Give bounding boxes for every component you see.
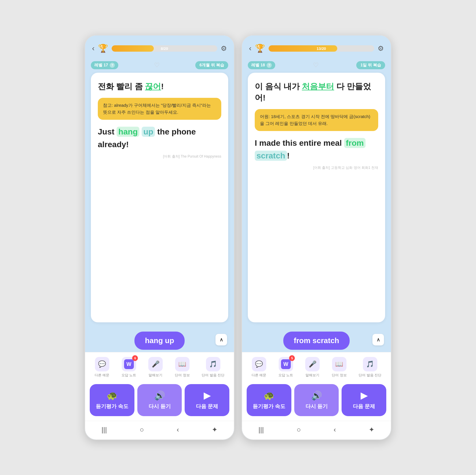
replay-button-2[interactable]: 🔊 다시 듣기 [294, 384, 339, 416]
screens-container: ‹ 🏆 8/20 ⚙ 레벨 17 ? ♡ 6개월 뒤 [85, 35, 391, 440]
example-icon-1: 💬 [95, 357, 109, 371]
speak-icon-2: 🎤 [305, 357, 320, 371]
phone-2-header: ‹ 🏆 13/20 ⚙ [242, 35, 391, 58]
pronunciation-icon-2: 🎵 [363, 357, 377, 371]
phone-1-header: ‹ 🏆 8/20 ⚙ [85, 35, 234, 58]
gear-button-2[interactable]: ⚙ [378, 44, 384, 53]
bottom-icon-speak-1[interactable]: 🎤 말해보기 [148, 357, 163, 378]
nav-menu-2[interactable]: ||| [258, 426, 264, 434]
word-label-1: 단어 정보 [175, 373, 190, 378]
eng-before-2: I made this entire meal [255, 139, 344, 147]
phone-2: ‹ 🏆 13/20 ⚙ 레벨 18 ? ♡ 1일 뒤 [241, 35, 391, 440]
phone-1-inner: ‹ 🏆 8/20 ⚙ 레벨 17 ? ♡ 6개월 뒤 [85, 35, 234, 440]
heart-button-1[interactable]: ♡ [154, 61, 160, 69]
phone-2-inner: ‹ 🏆 13/20 ⚙ 레벨 18 ? ♡ 1일 뒤 [242, 35, 391, 440]
eng-highlight1-2: from [344, 138, 366, 148]
review-badge-1: 6개월 뒤 복습 [195, 61, 228, 69]
phrase-area-2: from scratch ∧ [242, 327, 391, 352]
bottom-icon-pronunciation-1[interactable]: 🎵 단어 발음 진단 [202, 357, 224, 378]
english-sentence-2: I made this entire meal fromscratch! [255, 137, 378, 162]
nav-home-1[interactable]: ○ [140, 426, 144, 434]
eng-highlight1-1: hang [117, 127, 139, 137]
progress-label-1: 8/20 [161, 46, 168, 51]
eng-before-1: Just [98, 127, 117, 136]
bottom-icons-1: 💬 다른 예문 W 6 오답 노트 🎤 말해보기 📖 단어 정보 [85, 352, 234, 381]
pronunciation-label-2: 단어 발음 진단 [359, 373, 381, 378]
level-badge-2: 레벨 18 ? [248, 61, 275, 69]
notes-badge-1: 6 [132, 355, 138, 361]
bottom-icon-example-1[interactable]: 💬 다른 예문 [95, 357, 109, 378]
bottom-icon-notes-2[interactable]: W 5 오답 노트 [278, 357, 293, 378]
word-icon-1: 📖 [175, 357, 190, 371]
phrase-bubble-2: from scratch [283, 332, 350, 350]
word-label-2: 단어 정보 [332, 373, 346, 378]
bottom-icon-example-2[interactable]: 💬 다른 예문 [252, 357, 266, 378]
chevron-up-button-2[interactable]: ∧ [372, 334, 384, 345]
nav-back-1[interactable]: ‹ [177, 426, 179, 434]
progress-bar-fill-1 [112, 45, 154, 52]
question-mark-2[interactable]: ? [267, 63, 272, 68]
english-sentence-1: Just hang up the phone already! [98, 126, 221, 151]
bottom-icon-pronunciation-2[interactable]: 🎵 단어 발음 진단 [359, 357, 381, 378]
gear-button-1[interactable]: ⚙ [221, 44, 227, 53]
korean-sentence-2: 이 음식 내가 처음부터 다 만들었어! [255, 81, 378, 103]
korean-sentence-1: 전화 빨리 좀 끊어! [98, 81, 221, 92]
progress-bar-container-1: 8/20 [112, 45, 217, 52]
notes-label-1: 오답 노트 [121, 373, 136, 378]
review-badge-2: 1일 뒤 복습 [356, 61, 385, 69]
bottom-icon-word-2[interactable]: 📖 단어 정보 [332, 357, 346, 378]
nav-home-2[interactable]: ○ [297, 426, 301, 434]
level-text-1: 레벨 17 [94, 63, 108, 68]
bottom-icon-notes-1[interactable]: W 6 오답 노트 [121, 357, 136, 378]
progress-bar-fill-2 [269, 45, 337, 52]
nav-back-2[interactable]: ‹ [333, 426, 336, 434]
content-area-1: 레벨 17 ? ♡ 6개월 뒤 복습 전화 빨리 좀 끊어! 참고: alrea… [85, 58, 234, 327]
next-label-2: 다음 문제 [353, 403, 375, 410]
speak-label-1: 말해보기 [149, 373, 162, 378]
progress-label-2: 13/20 [317, 46, 326, 51]
heart-button-2[interactable]: ♡ [313, 61, 319, 69]
eng-highlight2-2: scratch [255, 151, 287, 161]
nav-bar-2: ||| ○ ‹ ✦ [242, 421, 391, 440]
speak-label-2: 말해보기 [306, 373, 319, 378]
bottom-icon-speak-2[interactable]: 🎤 말해보기 [305, 357, 320, 378]
pronunciation-icon-1: 🎵 [206, 357, 220, 371]
slow-speed-label-1: 듣기평가 속도 [96, 403, 128, 410]
replay-label-2: 다시 듣기 [306, 403, 328, 410]
chevron-up-button-1[interactable]: ∧ [215, 334, 227, 345]
phrase-bubble-1: hang up [134, 332, 184, 350]
level-badge-1: 레벨 17 ? [91, 61, 118, 69]
nav-activity-2[interactable]: ✦ [369, 426, 374, 434]
play-icon-1: ▶ [204, 390, 210, 401]
next-button-1[interactable]: ▶ 다음 문제 [185, 384, 229, 416]
turtle-icon-2: 🐢 [264, 390, 274, 401]
next-button-2[interactable]: ▶ 다음 문제 [342, 384, 386, 416]
nav-menu-1[interactable]: ||| [102, 426, 107, 434]
replay-button-1[interactable]: 🔊 다시 듣기 [137, 384, 182, 416]
sentence-card-1: 전화 빨리 좀 끊어! 참고: already가 구어체에서는 "당장/빨리/지… [91, 73, 228, 322]
question-mark-1[interactable]: ? [110, 63, 115, 68]
back-button-1[interactable]: ‹ [92, 44, 95, 53]
play-icon-2: ▶ [361, 390, 367, 401]
action-buttons-1: 🐢 듣기평가 속도 🔊 다시 듣기 ▶ 다음 문제 [85, 381, 234, 421]
note-bubble-1: 참고: already가 구어체에서는 "당장/빨리/지금 즉시"라는 뜻으로 … [98, 98, 221, 120]
nav-activity-1[interactable]: ✦ [212, 426, 218, 434]
slow-speed-button-2[interactable]: 🐢 듣기평가 속도 [247, 384, 291, 416]
eng-after-2: ! [287, 151, 290, 160]
content-area-2: 레벨 18 ? ♡ 1일 뒤 복습 이 음식 내가 처음부터 다 만들었어! 어… [242, 58, 391, 327]
slow-speed-button-1[interactable]: 🐢 듣기평가 속도 [90, 384, 134, 416]
level-text-2: 레벨 18 [251, 63, 265, 68]
level-row-2: 레벨 18 ? ♡ 1일 뒤 복습 [248, 61, 385, 69]
phone-1: ‹ 🏆 8/20 ⚙ 레벨 17 ? ♡ 6개월 뒤 [85, 35, 235, 440]
phrase-area-1: hang up ∧ [85, 327, 234, 352]
level-row-1: 레벨 17 ? ♡ 6개월 뒤 복습 [91, 61, 228, 69]
sentence-card-2: 이 음식 내가 처음부터 다 만들었어! 어원: 18세기, 스포츠 경기 시작… [248, 73, 385, 322]
progress-bar-container-2: 13/20 [269, 45, 374, 52]
back-button-2[interactable]: ‹ [249, 44, 252, 53]
example-icon-2: 💬 [252, 357, 266, 371]
trophy-icon-1: 🏆 [98, 44, 108, 53]
action-buttons-2: 🐢 듣기평가 속도 🔊 다시 듣기 ▶ 다음 문제 [242, 381, 391, 421]
korean-highlight-1: 끊어 [145, 82, 161, 91]
turtle-icon-1: 🐢 [107, 390, 117, 401]
bottom-icon-word-1[interactable]: 📖 단어 정보 [175, 357, 190, 378]
